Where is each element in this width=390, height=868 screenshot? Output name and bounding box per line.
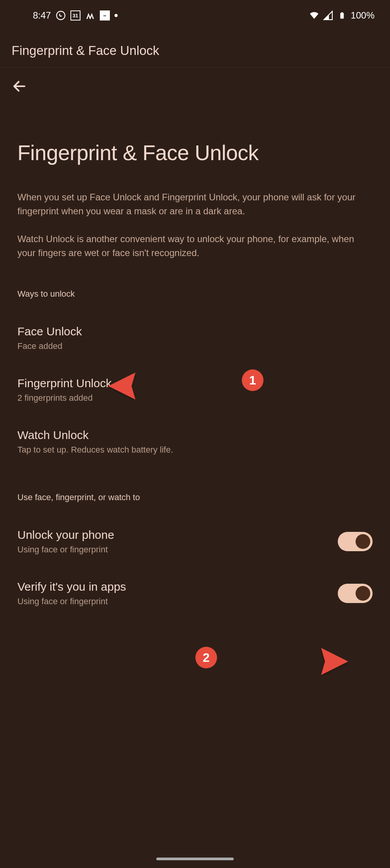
verify-apps-item[interactable]: Verify it's you in apps Using face or fi… (17, 572, 373, 615)
setting-subtitle: 2 fingerprints added (17, 393, 373, 403)
svg-point-0 (56, 11, 65, 20)
toggle-knob (356, 534, 370, 549)
status-right: 100% (309, 10, 375, 21)
annotation-badge-2: 2 (195, 647, 217, 668)
face-unlock-item[interactable]: Face Unlock Face added (17, 316, 373, 360)
setting-title: Unlock your phone (17, 528, 338, 542)
status-time: 8:47 (33, 10, 51, 21)
unlock-phone-item[interactable]: Unlock your phone Using face or fingerpr… (17, 520, 373, 563)
status-bar: 8:47 31 ▪▪ 100% (0, 0, 390, 31)
page-description-1: When you set up Face Unlock and Fingerpr… (17, 190, 373, 218)
content: Fingerprint & Face Unlock When you set u… (0, 140, 390, 615)
section-header-ways: Ways to unlock (17, 289, 373, 299)
whatsapp-icon (56, 10, 66, 21)
setting-text: Watch Unlock Tap to set up. Reduces watc… (17, 429, 373, 455)
svg-rect-1 (340, 13, 344, 19)
unlock-phone-toggle[interactable] (338, 532, 373, 551)
wifi-icon (309, 10, 319, 21)
watch-unlock-item[interactable]: Watch Unlock Tap to set up. Reduces watc… (17, 420, 373, 463)
battery-percentage: 100% (351, 10, 375, 21)
battery-icon (337, 10, 347, 21)
setting-text: Verify it's you in apps Using face or fi… (17, 580, 338, 607)
verify-apps-toggle[interactable] (338, 584, 373, 603)
signal-icon (323, 10, 333, 21)
page-description-2: Watch Unlock is another convenient way t… (17, 232, 373, 260)
svg-rect-2 (341, 12, 343, 13)
setting-text: Fingerprint Unlock 2 fingerprints added (17, 377, 373, 403)
arrow-left-icon (12, 79, 27, 94)
setting-subtitle: Tap to set up. Reduces watch battery lif… (17, 445, 373, 455)
setting-text: Unlock your phone Using face or fingerpr… (17, 528, 338, 555)
back-button[interactable] (0, 68, 390, 98)
fingerprint-unlock-item[interactable]: Fingerprint Unlock 2 fingerprints added (17, 368, 373, 412)
setting-subtitle: Face added (17, 341, 373, 351)
setting-text: Face Unlock Face added (17, 325, 373, 351)
page-title: Fingerprint & Face Unlock (17, 140, 373, 165)
notification-dot-icon (115, 14, 118, 17)
setting-subtitle: Using face or fingerprint (17, 596, 338, 607)
status-left: 8:47 31 ▪▪ (33, 10, 118, 21)
setting-title: Verify it's you in apps (17, 580, 338, 593)
nav-bar-pill[interactable] (156, 858, 234, 860)
app-bar: Fingerprint & Face Unlock (0, 31, 390, 68)
calendar-icon: 31 (70, 10, 80, 21)
app-icon-m (85, 10, 95, 21)
section-header-use: Use face, fingerprint, or watch to (17, 492, 373, 502)
setting-title: Watch Unlock (17, 429, 373, 442)
toggle-knob (356, 586, 370, 601)
app-bar-title: Fingerprint & Face Unlock (12, 43, 378, 58)
setting-title: Fingerprint Unlock (17, 377, 373, 390)
app-icon-box: ▪▪ (100, 10, 110, 21)
annotation-arrow-2 (232, 642, 352, 682)
setting-subtitle: Using face or fingerprint (17, 545, 338, 555)
setting-title: Face Unlock (17, 325, 373, 338)
